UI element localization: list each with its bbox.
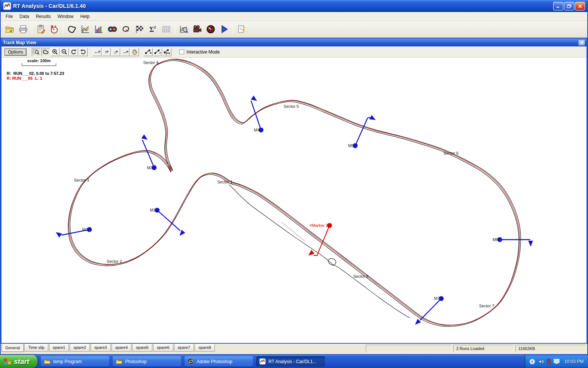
- marker-arrow-icon: [178, 230, 185, 238]
- taskbar-button-label: temp Program: [53, 359, 82, 364]
- window-title: RT Analysis - Car/DL1/6.1.40: [13, 3, 553, 9]
- pan-down-button[interactable]: ↓P: [111, 48, 120, 56]
- trackview-close-icon[interactable]: [578, 40, 585, 46]
- open-file-button[interactable]: [4, 23, 16, 35]
- options-button[interactable]: Options: [4, 48, 27, 56]
- tab-spare1[interactable]: spare1: [49, 344, 69, 352]
- tab-spare5[interactable]: spare5: [132, 344, 152, 352]
- marker-m4[interactable]: M4: [251, 95, 263, 132]
- marker-line: [420, 298, 441, 320]
- delete-data-button[interactable]: x: [48, 23, 60, 35]
- sector-label-sector-1: Sector 1: [217, 180, 233, 184]
- sector-label-sector-6: Sector 6: [443, 151, 458, 155]
- remove-marker-button[interactable]: [153, 48, 162, 56]
- sector-label-sector-2: Sector 2: [107, 259, 122, 264]
- run2-group: [69, 60, 520, 325]
- status-panel-1: 2 Runs Loaded: [453, 345, 514, 352]
- pan-left-button[interactable]: ←P: [92, 48, 101, 56]
- status-panel-2: 11652KB: [515, 345, 586, 352]
- taskbar-button-label: RT Analysis - Car/DL1...: [268, 359, 316, 364]
- tab-spare7[interactable]: spare7: [174, 344, 194, 352]
- menu-results[interactable]: Results: [33, 13, 54, 20]
- statistics-button[interactable]: Σ2: [147, 23, 159, 35]
- gauges-button[interactable]: [106, 23, 118, 35]
- menu-file[interactable]: File: [2, 13, 16, 20]
- map-scale-bracket: [22, 63, 56, 66]
- close-button[interactable]: [575, 2, 585, 10]
- run-legend: R: RUN___02, 0.00 to 7:57.23R: RUN___05 …: [7, 71, 64, 81]
- status-bar: 2 Runs Loaded11652KB: [366, 344, 586, 352]
- minimize-button[interactable]: [553, 2, 563, 10]
- taskbar-button-adobe-photoshop[interactable]: Adobe Photoshop: [185, 356, 253, 367]
- toolbar-separator: [175, 24, 175, 34]
- track-map-button[interactable]: [66, 23, 78, 35]
- marker-m2[interactable]: M2: [54, 227, 92, 238]
- tab-time-slip[interactable]: Time slip: [24, 344, 48, 352]
- svg-text:P: P: [166, 52, 168, 55]
- svg-text:x: x: [54, 24, 57, 28]
- menu-help[interactable]: Help: [77, 13, 93, 20]
- xy-graph-button[interactable]: [79, 23, 91, 35]
- restore-button[interactable]: [564, 2, 574, 10]
- map-scale: scale: 100m: [22, 58, 56, 66]
- fit-track-button[interactable]: [41, 48, 50, 56]
- device-icon[interactable]: [546, 359, 551, 365]
- volume-icon[interactable]: [538, 359, 544, 365]
- interactive-mode-checkbox[interactable]: [179, 49, 184, 54]
- add-pmarker-button[interactable]: P: [162, 48, 171, 56]
- interactive-mode-label: Interactive Mode: [186, 49, 220, 55]
- data-table-button[interactable]: [160, 23, 172, 35]
- track-replay-button[interactable]: [120, 23, 132, 35]
- collapse-chevron-icon[interactable]: [529, 359, 535, 365]
- video-button[interactable]: [191, 23, 203, 35]
- play-run-button[interactable]: [218, 23, 230, 35]
- tab-spare3[interactable]: spare3: [91, 344, 111, 352]
- zoom-region-button[interactable]: [32, 48, 41, 56]
- folder-icon: [116, 359, 122, 364]
- rotate-ccw-button[interactable]: [79, 48, 88, 56]
- trackview-titlebar: Track Map View: [1, 39, 587, 46]
- pan-right-button[interactable]: →P: [121, 48, 130, 56]
- tab-spare2[interactable]: spare2: [70, 344, 90, 352]
- svg-text:2: 2: [154, 25, 156, 29]
- report-wizard-button[interactable]: ?: [236, 23, 248, 35]
- tab-general[interactable]: General: [1, 344, 24, 352]
- run1-variant-path: [229, 185, 410, 318]
- marker-marker1[interactable]: #Marker 1: [307, 223, 332, 258]
- rt-icon: [259, 358, 266, 365]
- marker-m6[interactable]: M6: [493, 237, 533, 247]
- menu-data[interactable]: Data: [16, 13, 32, 20]
- tab-spare8[interactable]: spare8: [195, 344, 215, 352]
- marker-m1[interactable]: M1: [150, 208, 185, 237]
- marker-arrow-icon: [54, 230, 62, 238]
- add-marker-button[interactable]: [144, 48, 153, 56]
- pan-up-button[interactable]: ↑P: [102, 48, 111, 56]
- marker-arrow-icon: [251, 95, 258, 103]
- print-button[interactable]: [17, 23, 29, 35]
- map-scale-label: scale: 100m: [27, 58, 51, 63]
- taskbar-button-photoshop[interactable]: Photoshop: [113, 356, 181, 367]
- zoom-out-button[interactable]: [60, 48, 69, 56]
- folder-icon: [44, 359, 51, 364]
- taskbar-button-rt-analysis-car-dl1-[interactable]: RT Analysis - Car/DL1...: [256, 356, 325, 367]
- dashboard-button[interactable]: [205, 23, 217, 35]
- trackview-toolbar: Options ←P↑P↓P→PP Interactive Mode: [1, 46, 587, 58]
- menu-window[interactable]: Window: [54, 13, 77, 20]
- rotate-cw-button[interactable]: [69, 48, 78, 56]
- tab-spare4[interactable]: spare4: [112, 344, 132, 352]
- interactive-mode-row[interactable]: Interactive Mode: [179, 49, 220, 55]
- finish-flag-button[interactable]: [133, 23, 145, 35]
- taskbar-button-temp-program[interactable]: temp Program: [41, 356, 109, 367]
- marker-m7[interactable]: M7: [413, 296, 444, 326]
- session-notes-button[interactable]: [35, 23, 47, 35]
- sector-label-sector-4: Sector 4: [143, 60, 159, 65]
- pan-hand-button[interactable]: [130, 48, 139, 56]
- zoom-in-button[interactable]: [51, 48, 60, 56]
- start-button[interactable]: start: [0, 355, 37, 368]
- display-icon[interactable]: [554, 359, 560, 364]
- histogram-button[interactable]: [93, 23, 105, 35]
- track-map-canvas[interactable]: Sector 1Sector 2Sector 3Sector 4Sector 5…: [1, 58, 587, 343]
- tab-spare6[interactable]: spare6: [153, 344, 173, 352]
- marker-m5[interactable]: M5: [348, 115, 377, 148]
- graph-zoom-button[interactable]: [178, 23, 190, 35]
